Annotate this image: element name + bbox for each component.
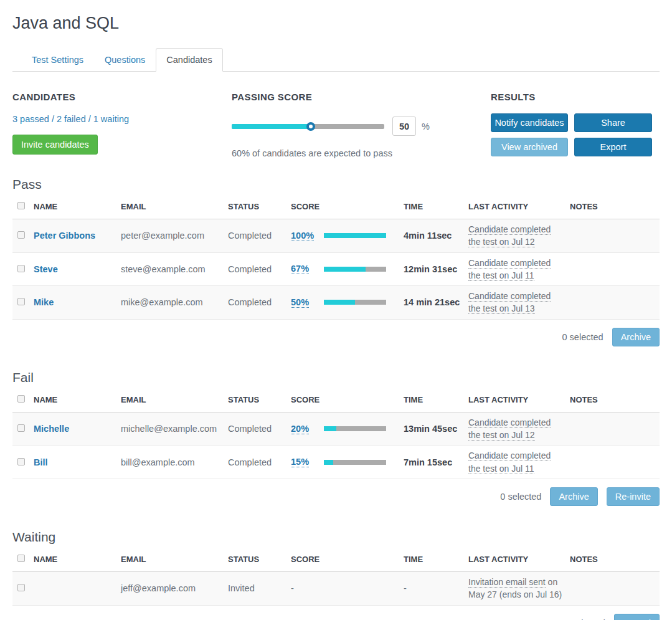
column-email: EMAIL [121,548,228,572]
candidate-name-link[interactable]: Steve [34,264,58,274]
column-activity: LAST ACTIVITY [468,196,570,219]
waiting-section: Waiting NAME EMAIL STATUS SCORE TIME LAS… [12,530,660,620]
tab-test-settings[interactable]: Test Settings [21,48,94,72]
score-link[interactable]: 50% [291,297,309,308]
candidate-notes [570,446,660,479]
passing-score-slider[interactable] [232,124,384,129]
tab-bar: Test Settings Questions Candidates [12,48,660,72]
table-row: Steve steve@example.com Completed 67% 12… [12,252,660,286]
column-activity: LAST ACTIVITY [468,389,570,413]
share-button[interactable]: Share [574,113,652,132]
column-status: STATUS [228,196,291,219]
row-checkbox[interactable] [17,458,25,465]
tab-questions[interactable]: Questions [94,48,156,72]
candidate-email: mike@example.com [121,286,228,320]
candidates-heading: CANDIDATES [12,92,232,102]
column-time: TIME [404,389,468,413]
results-panel: RESULTS Notify candidates Share View arc… [491,92,660,158]
select-all-checkbox[interactable] [17,395,25,403]
score-link[interactable]: 20% [291,424,309,434]
passing-score-input[interactable] [392,117,416,136]
column-notes: NOTES [570,389,660,413]
candidate-time: 4min 11sec [404,219,468,253]
column-time: TIME [404,196,468,219]
select-all-checkbox[interactable] [17,202,25,209]
cancel-button[interactable]: Cancel [614,614,660,620]
table-row: jeff@example.com Invited - - Invitation … [12,571,660,605]
selected-count: 0 selected [564,618,605,620]
view-archived-button[interactable]: View archived [491,138,568,156]
candidate-name-link[interactable]: Mike [34,297,54,307]
row-checkbox[interactable] [17,231,25,239]
table-row: Michelle michelle@example.com Completed … [12,412,660,446]
candidate-status: Completed [228,252,291,286]
tab-candidates[interactable]: Candidates [156,48,222,72]
last-activity[interactable]: Candidate completedthe test on Jul 11 [468,252,570,286]
last-activity[interactable]: Candidate completedthe test on Jul 12 [468,412,570,446]
pass-section: Pass NAME EMAIL STATUS SCORE TIME LAST A… [12,177,660,351]
results-heading: RESULTS [491,92,660,102]
last-activity[interactable]: Invitation email sent onMay 27 (ends on … [468,571,570,605]
row-checkbox[interactable] [17,424,25,432]
row-checkbox[interactable] [17,298,25,305]
slider-handle[interactable] [306,122,315,131]
candidate-status: Completed [228,412,291,446]
candidate-time: 14 min 21sec [404,286,468,320]
score-bar [324,460,386,465]
column-score: SCORE [291,196,404,219]
last-activity[interactable]: Candidate completedthe test on Jul 13 [468,286,570,320]
candidate-email: jeff@example.com [121,571,228,605]
reinvite-button[interactable]: Re-invite [607,487,660,506]
row-checkbox[interactable] [17,265,25,272]
candidates-panel: CANDIDATES 3 passed / 2 failed / 1 waiti… [12,92,232,158]
table-header-row: NAME EMAIL STATUS SCORE TIME LAST ACTIVI… [12,196,660,219]
candidate-name-link[interactable]: Bill [34,457,48,467]
score-bar [324,233,386,238]
archive-button[interactable]: Archive [550,487,597,506]
passing-score-heading: PASSING SCORE [232,92,491,102]
select-all-checkbox[interactable] [17,555,25,562]
candidate-email: steve@example.com [121,252,228,286]
candidate-notes [570,219,660,253]
candidate-name-link[interactable]: Peter Gibbons [34,231,95,241]
column-email: EMAIL [121,389,228,413]
candidate-time-empty: - [404,571,468,605]
score-bar [324,426,386,431]
candidate-time: 7min 15sec [404,446,468,479]
export-button[interactable]: Export [574,138,652,156]
candidate-time: 12min 31sec [404,252,468,286]
table-row: Bill bill@example.com Completed 15% 7min… [12,446,660,479]
candidate-notes [570,286,660,320]
table-header-row: NAME EMAIL STATUS SCORE TIME LAST ACTIVI… [12,548,660,572]
column-name: NAME [34,196,121,219]
passing-score-panel: PASSING SCORE % 60% of candidates are ex… [232,92,491,158]
table-header-row: NAME EMAIL STATUS SCORE TIME LAST ACTIVI… [12,389,660,413]
candidates-summary-link[interactable]: 3 passed / 2 failed / 1 waiting [12,114,232,124]
score-link[interactable]: 100% [291,231,314,241]
column-name: NAME [34,548,121,572]
candidate-notes [570,412,660,446]
candidate-status: Completed [228,446,291,479]
score-link[interactable]: 15% [291,457,309,467]
candidate-status: Completed [228,219,291,253]
column-notes: NOTES [570,548,660,572]
page-title: Java and SQL [12,14,660,33]
candidate-score-empty: - [291,571,404,605]
invite-candidates-button[interactable]: Invite candidates [12,135,98,155]
score-bar [324,300,386,305]
column-score: SCORE [291,548,404,572]
notify-candidates-button[interactable]: Notify candidates [491,113,568,132]
column-score: SCORE [291,389,404,413]
column-email: EMAIL [121,196,228,219]
column-notes: NOTES [570,196,660,219]
candidate-notes [570,571,660,605]
last-activity[interactable]: Candidate completedthe test on Jul 12 [468,219,570,253]
archive-button[interactable]: Archive [612,328,660,346]
last-activity[interactable]: Candidate completedthe test on Jul 11 [468,446,570,479]
candidate-name-link[interactable]: Michelle [34,424,69,434]
slider-fill [232,124,308,129]
score-link[interactable]: 67% [291,264,309,274]
row-checkbox[interactable] [17,584,25,591]
column-status: STATUS [228,548,291,572]
selected-count: 0 selected [562,332,603,342]
